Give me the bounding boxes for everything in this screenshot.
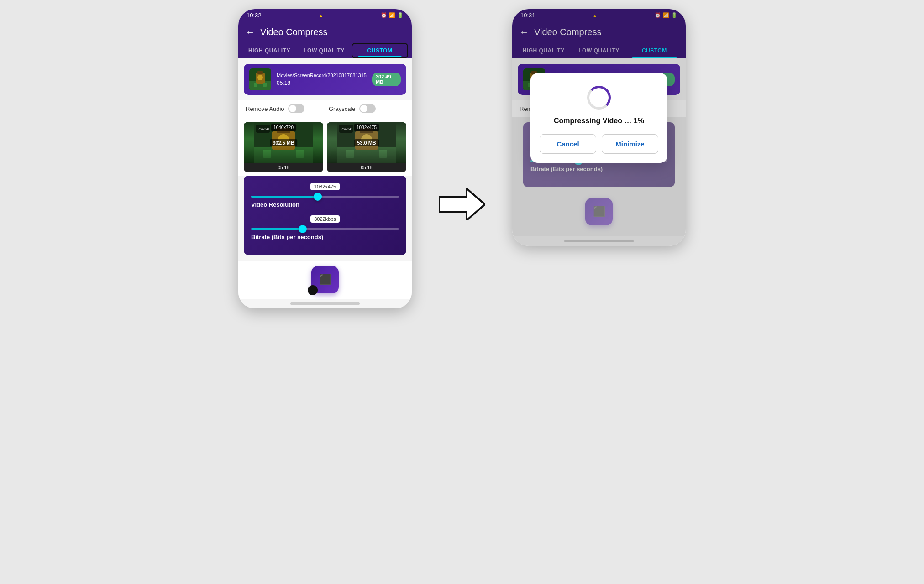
- tabs-bar-1: HIGH QUALITY LOW QUALITY CUSTOM: [238, 43, 412, 58]
- grayscale-label-1: Grayscale: [329, 105, 356, 112]
- custom-panel-wrapper-1: 1082x475 Video Resolution 3022kbps: [238, 176, 412, 255]
- screenshot-container: 10:32 ▲ ⏰ 📶 🔋 ← Video Compress HIGH QUAL…: [238, 9, 686, 308]
- resolution-title-1: Video Resolution: [251, 201, 399, 208]
- phone-2: 10:31 ▲ ⏰ 📶 🔋 ← Video Compress HIGH QUAL…: [512, 9, 686, 246]
- video-info-1: Movies/ScreenRecord/20210817081315 05:18…: [244, 64, 406, 95]
- svg-rect-5: [254, 83, 257, 87]
- app-header-1: ← Video Compress: [238, 21, 412, 43]
- status-bar-1: 10:32 ▲ ⏰ 📶 🔋: [238, 9, 412, 21]
- remove-audio-label-1: Remove Audio: [246, 105, 284, 112]
- phone-1: 10:32 ▲ ⏰ 📶 🔋 ← Video Compress HIGH QUAL…: [238, 9, 412, 308]
- res-label-original: 1640x720: [271, 124, 296, 131]
- res-size-original: 302.5 MB: [270, 139, 297, 146]
- time-1: 10:32: [247, 12, 262, 19]
- signal-icon-1: 📶: [389, 12, 395, 18]
- tab-custom-1[interactable]: CUSTOM: [352, 43, 408, 58]
- bitrate-tooltip-1: 3022kbps: [310, 215, 340, 223]
- remove-audio-toggle-1[interactable]: Remove Audio: [246, 104, 321, 113]
- svg-rect-3: [257, 71, 263, 74]
- svg-rect-8: [254, 147, 313, 163]
- svg-rect-12: [263, 150, 271, 158]
- svg-text:ZW-241: ZW-241: [258, 127, 270, 130]
- svg-rect-13: [296, 150, 304, 158]
- compress-icon-1: ⬛: [319, 274, 331, 286]
- dialog-buttons: Cancel Minimize: [540, 134, 658, 154]
- toggles-row-1: Remove Audio Grayscale: [238, 100, 412, 117]
- bitrate-track-1[interactable]: [251, 228, 399, 230]
- res-duration-original: 05:18: [244, 163, 323, 172]
- svg-rect-21: [346, 150, 354, 158]
- bitrate-slider-section-1: 3022kbps Bitrate (Bits per seconds): [251, 215, 399, 240]
- video-path-1: Movies/ScreenRecord/20210817081315: [277, 73, 367, 78]
- alarm-icon-1: ⏰: [381, 12, 387, 18]
- tab-low-quality-1[interactable]: LOW QUALITY: [297, 43, 352, 58]
- fab-wrapper-1: ⬛: [311, 266, 339, 293]
- resolution-slider-section-1: 1082x475 Video Resolution: [251, 183, 399, 208]
- res-card-thumb-compressed-1: ZW-241 1082x475 53.0 MB: [327, 122, 406, 163]
- battery-icon-1: 🔋: [397, 12, 404, 18]
- res-duration-compressed: 05:18: [327, 163, 406, 172]
- resolution-track-1[interactable]: [251, 196, 399, 198]
- video-thumbnail-1: [249, 68, 271, 90]
- video-duration-1: 05:18: [277, 80, 367, 86]
- tab-high-quality-1[interactable]: HIGH QUALITY: [242, 43, 297, 58]
- svg-point-4: [257, 75, 263, 80]
- compression-spinner: [587, 86, 611, 110]
- res-card-compressed-1: ZW-241 1082x475 53.0 MB 05:18: [327, 122, 406, 172]
- app-title-1: Video Compress: [260, 27, 327, 37]
- svg-marker-27: [439, 188, 485, 220]
- back-button-1[interactable]: ←: [246, 27, 255, 37]
- remove-audio-switch-1[interactable]: [288, 104, 304, 113]
- bitrate-thumb-1[interactable]: [299, 225, 307, 233]
- cancel-button[interactable]: Cancel: [540, 134, 596, 154]
- res-card-thumb-original-1: ZW-241 1640x720 302.5 MB: [244, 122, 323, 163]
- video-size-badge-1: 302.49 MB: [372, 73, 401, 86]
- grayscale-toggle-1[interactable]: Grayscale: [329, 104, 404, 113]
- resolution-thumb-1[interactable]: [314, 193, 322, 201]
- between-phones-arrow: [439, 188, 485, 220]
- svg-text:ZW-241: ZW-241: [341, 127, 353, 130]
- custom-panel-1: 1082x475 Video Resolution 3022kbps: [244, 176, 406, 255]
- grayscale-switch-1[interactable]: [359, 104, 376, 113]
- dot-overlay-1: [308, 285, 318, 295]
- dialog-text: Compressing Video … 1%: [554, 117, 644, 125]
- compression-dialog: Compressing Video … 1% Cancel Minimize: [530, 73, 667, 163]
- svg-rect-6: [263, 83, 267, 87]
- warning-icon-1: ▲: [319, 13, 324, 18]
- bottom-bar-1: [290, 302, 360, 305]
- resolution-grid-1: ZW-241 1640x720 302.5 MB 05:18: [238, 117, 412, 176]
- minimize-button[interactable]: Minimize: [602, 134, 658, 154]
- res-label-compressed: 1082x475: [354, 124, 379, 131]
- resolution-fill-1: [251, 196, 318, 198]
- svg-rect-17: [337, 147, 396, 163]
- svg-rect-22: [379, 150, 387, 158]
- bitrate-title-1: Bitrate (Bits per seconds): [251, 234, 399, 240]
- res-card-original-1: ZW-241 1640x720 302.5 MB 05:18: [244, 122, 323, 172]
- video-info-text-1: Movies/ScreenRecord/20210817081315 05:18: [277, 73, 367, 86]
- resolution-tooltip-1: 1082x475: [310, 183, 340, 190]
- dialog-overlay: Compressing Video … 1% Cancel Minimize: [512, 9, 686, 246]
- bitrate-fill-1: [251, 228, 303, 230]
- res-size-compressed: 53.0 MB: [354, 139, 379, 146]
- fab-area-1: ⬛: [238, 261, 412, 299]
